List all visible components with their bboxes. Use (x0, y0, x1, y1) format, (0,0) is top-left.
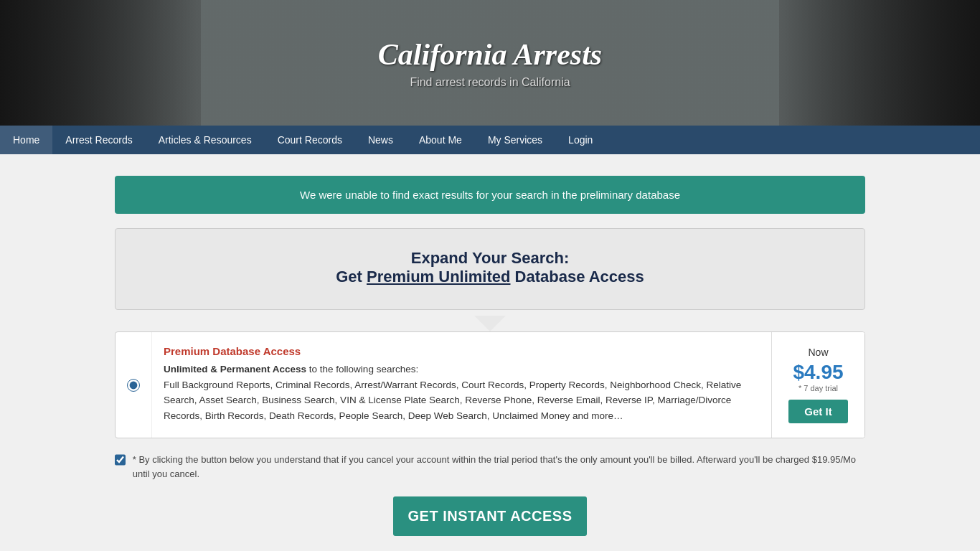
nav-court-records[interactable]: Court Records (265, 126, 355, 154)
disclaimer-checkbox[interactable] (115, 454, 126, 466)
plan-desc-suffix: to the following searches: (306, 364, 418, 375)
disclaimer-section: * By clicking the button below you under… (115, 453, 865, 481)
site-title: California Arrests (378, 37, 602, 72)
expand-search-box: Expand Your Search: Get Premium Unlimite… (115, 228, 865, 310)
pricing-radio-input[interactable] (127, 379, 140, 392)
expand-line2-suffix: Database Access (510, 268, 644, 286)
main-container: We were unable to find exact results for… (0, 154, 980, 551)
hero-content: California Arrests Find arrest records i… (378, 37, 602, 89)
pricing-details: Premium Database Access Unlimited & Perm… (151, 332, 771, 438)
site-subtitle: Find arrest records in California (378, 76, 602, 89)
plan-description: Unlimited & Permanent Access to the foll… (164, 362, 760, 423)
nav-news[interactable]: News (355, 126, 406, 154)
hero-hands-left (0, 0, 201, 126)
nav-login[interactable]: Login (555, 126, 606, 154)
hero-section: California Arrests Find arrest records i… (0, 0, 980, 126)
plan-title: Premium Database Access (164, 345, 760, 357)
nav-articles-resources[interactable]: Articles & Resources (146, 126, 265, 154)
expand-line2-highlight: Premium Unlimited (367, 268, 510, 286)
alert-banner: We were unable to find exact results for… (115, 176, 865, 214)
plan-bold: Unlimited & Permanent Access (164, 364, 306, 375)
trial-note: * 7 day trial (798, 384, 838, 392)
get-it-button[interactable]: Get It (788, 400, 847, 423)
nav-about-me[interactable]: About Me (406, 126, 475, 154)
expand-line1: Expand Your Search: (411, 249, 569, 267)
expand-line2-prefix: Get (336, 268, 367, 286)
pricing-card: Premium Database Access Unlimited & Perm… (115, 331, 865, 438)
alert-message: We were unable to find exact results for… (300, 189, 680, 201)
expand-search-heading: Expand Your Search: Get Premium Unlimite… (130, 249, 850, 286)
navbar: Home Arrest Records Articles & Resources… (0, 126, 980, 154)
pricing-radio-section[interactable] (116, 332, 151, 438)
get-instant-access-button[interactable]: GET INSTANT ACCESS (393, 496, 587, 536)
nav-services[interactable]: My Services (475, 126, 555, 154)
hero-hands-right (779, 0, 980, 126)
price-amount: $4.95 (793, 361, 843, 384)
now-label: Now (808, 347, 828, 358)
nav-home[interactable]: Home (0, 126, 52, 154)
pricing-price-section: Now $4.95 * 7 day trial Get It (771, 332, 864, 438)
plan-features: Full Background Reports, Criminal Record… (164, 380, 741, 421)
disclaimer-text: * By clicking the button below you under… (133, 453, 865, 481)
nav-arrest-records[interactable]: Arrest Records (52, 126, 145, 154)
arrow-down-icon (474, 316, 506, 331)
